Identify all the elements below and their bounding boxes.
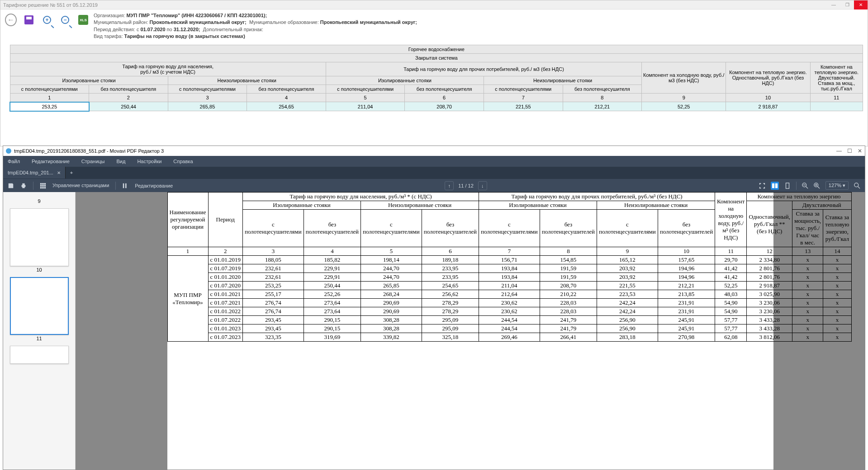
data-cell[interactable]: 52,25 bbox=[642, 102, 726, 111]
header-wt-2: с полотенцесушителями bbox=[168, 85, 247, 93]
col-num: 1 bbox=[10, 93, 89, 102]
col-num: 2 bbox=[89, 93, 168, 102]
data-cell[interactable]: 221,55 bbox=[484, 102, 563, 111]
header-heat-component: Компонент на тепловую энергию. Одноставо… bbox=[726, 62, 810, 93]
header-wot-2: без полотенцесушителя bbox=[247, 85, 326, 93]
col-num: 5 bbox=[326, 93, 405, 102]
header-wt-1: с полотенцесушителями bbox=[10, 85, 89, 93]
col-num: 6 bbox=[405, 93, 484, 102]
header-closed-system: Закрытая система bbox=[10, 53, 863, 62]
data-cell[interactable]: 208,70 bbox=[405, 102, 484, 111]
data-cell[interactable]: 265,85 bbox=[168, 102, 247, 111]
zoom-out-button[interactable]: − bbox=[59, 14, 71, 26]
window-title: Тарифное решение № 551 от 05.12.2019 bbox=[3, 2, 98, 8]
window-titlebar: Тарифное решение № 551 от 05.12.2019 — ❐… bbox=[0, 0, 868, 9]
data-cell[interactable]: 212,21 bbox=[563, 102, 642, 111]
col-num: 3 bbox=[168, 93, 247, 102]
back-button[interactable]: ← bbox=[5, 14, 17, 26]
data-cell[interactable]: 253,25 bbox=[10, 102, 89, 111]
data-cell[interactable]: 211,04 bbox=[326, 102, 405, 111]
close-button[interactable]: ✕ bbox=[854, 0, 868, 9]
data-cell[interactable]: 250,44 bbox=[89, 102, 168, 111]
col-num: 4 bbox=[247, 93, 326, 102]
col-num: 7 bbox=[484, 93, 563, 102]
pdf-titlebar: tmpED04.tmp_20191206180838_551.pdf - Mov… bbox=[3, 146, 865, 146]
col-num: 11 bbox=[810, 93, 863, 102]
tariff-table[interactable]: Горячее водоснабжение Закрытая система Т… bbox=[9, 45, 863, 112]
col-num: 8 bbox=[563, 93, 642, 102]
header-hot-water: Горячее водоснабжение bbox=[10, 45, 863, 53]
data-cell[interactable]: 2 918,87 bbox=[726, 102, 810, 111]
data-cell[interactable]: 254,65 bbox=[247, 102, 326, 111]
org-info-block: Организация: МУП ПМР "Тепломир" (ИНН 422… bbox=[94, 11, 417, 40]
save-button[interactable] bbox=[23, 14, 35, 26]
data-cell[interactable] bbox=[810, 102, 863, 111]
col-num: 10 bbox=[726, 93, 810, 102]
header-population-tariff: Тариф на горячую воду для населения, руб… bbox=[10, 62, 326, 76]
header-wot-1: без полотенцесушителя bbox=[89, 85, 168, 93]
zoom-in-button[interactable]: + bbox=[41, 14, 53, 26]
minimize-button[interactable]: — bbox=[827, 0, 840, 9]
maximize-button[interactable]: ❐ bbox=[840, 0, 854, 9]
header-noniso-1: Неизолированные стояки bbox=[168, 76, 326, 85]
export-xls-button[interactable]: XLS bbox=[77, 14, 89, 26]
header-wot-3: без полотенцесушителя bbox=[405, 85, 484, 93]
header-wt-4: с полотенцесушителями bbox=[484, 85, 563, 93]
header-iso-1: Изолированные стояки bbox=[10, 76, 168, 85]
header-noniso-2: Неизолированные стояки bbox=[484, 76, 641, 85]
header-wt-3: с полотенцесушителями bbox=[326, 85, 405, 93]
header-iso-2: Изолированные стояки bbox=[326, 76, 484, 85]
header-heat-component-2: Компонент на тепловую энергию. Двухставо… bbox=[810, 62, 863, 93]
header-other-tariff: Тариф на горячую воду для прочих потреби… bbox=[326, 62, 641, 76]
col-num: 9 bbox=[642, 93, 726, 102]
header-wot-4: без полотенцесушителя bbox=[563, 85, 642, 93]
header-cold-component: Компонент на холодную воду, руб./ м3 (бе… bbox=[642, 62, 726, 93]
